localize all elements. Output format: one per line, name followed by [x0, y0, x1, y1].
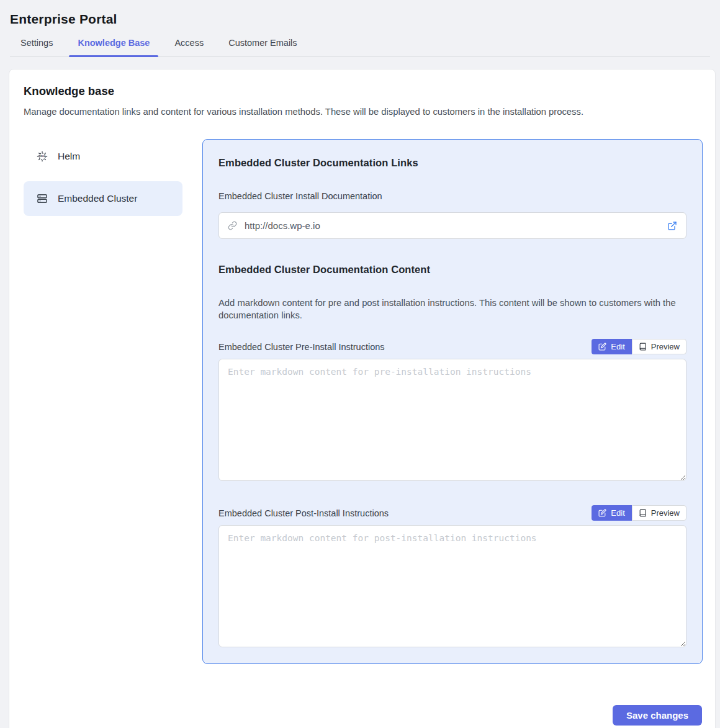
preview-button-label: Preview [651, 508, 680, 518]
sidebar-item-embedded-cluster[interactable]: Embedded Cluster [24, 181, 182, 216]
sidebar-item-label: Helm [58, 151, 80, 162]
doc-content-description: Add markdown content for pre and post in… [218, 297, 685, 321]
pre-install-edit-button[interactable]: Edit [592, 339, 631, 354]
tab-customer-emails[interactable]: Customer Emails [228, 30, 297, 56]
tab-knowledge-base[interactable]: Knowledge Base [78, 30, 150, 56]
install-doc-label: Embedded Cluster Install Documentation [218, 191, 686, 201]
post-install-label: Embedded Cluster Post-Install Instructio… [218, 508, 389, 518]
edit-icon [598, 509, 606, 517]
post-install-textarea[interactable] [218, 525, 686, 647]
edit-button-label: Edit [611, 342, 624, 351]
sidebar-item-label: Embedded Cluster [58, 193, 137, 204]
save-changes-button[interactable]: Save changes [613, 705, 702, 726]
post-install-preview-button[interactable]: Preview [632, 505, 686, 521]
tab-access[interactable]: Access [174, 30, 204, 56]
install-method-sidebar: HELM Helm Embedded Cluster [24, 139, 182, 223]
server-stack-icon [36, 192, 48, 205]
helm-icon: HELM [36, 150, 48, 163]
doc-content-heading: Embedded Cluster Documentation Content [218, 264, 686, 276]
install-doc-url-field [218, 212, 686, 239]
edit-icon [598, 343, 606, 351]
preview-button-label: Preview [651, 342, 680, 351]
book-icon [639, 509, 647, 517]
post-install-label-row: Embedded Cluster Post-Install Instructio… [218, 505, 686, 521]
install-doc-url-input[interactable] [243, 220, 661, 231]
svg-text:HELM: HELM [39, 155, 45, 158]
section-description: Manage documentation links and content f… [24, 107, 701, 117]
doc-links-heading: Embedded Cluster Documentation Links [218, 157, 686, 169]
pre-install-label: Embedded Cluster Pre-Install Instruction… [218, 342, 385, 352]
footer-actions: Save changes [24, 705, 702, 726]
section-title: Knowledge base [24, 84, 701, 98]
pre-install-textarea[interactable] [218, 359, 686, 481]
content-area: HELM Helm Embedded Cluster Embed [24, 139, 701, 664]
pre-install-mode-toggle: Edit Preview [592, 339, 686, 354]
sidebar-item-helm[interactable]: HELM Helm [24, 139, 182, 174]
edit-button-label: Edit [611, 508, 624, 518]
pre-install-preview-button[interactable]: Preview [632, 339, 686, 354]
page-title: Enterprise Portal [0, 0, 720, 30]
knowledge-base-card: Knowledge base Manage documentation link… [9, 69, 716, 728]
tab-settings[interactable]: Settings [20, 30, 53, 56]
book-icon [639, 343, 647, 351]
post-install-edit-button[interactable]: Edit [592, 505, 631, 521]
tab-bar: Settings Knowledge Base Access Customer … [10, 30, 710, 57]
external-link-icon[interactable] [667, 221, 677, 231]
pre-install-label-row: Embedded Cluster Pre-Install Instruction… [218, 339, 686, 354]
app-header: Enterprise Portal Settings Knowledge Bas… [0, 0, 720, 57]
post-install-mode-toggle: Edit Preview [592, 505, 686, 521]
link-icon [228, 221, 237, 230]
embedded-cluster-panel: Embedded Cluster Documentation Links Emb… [202, 139, 703, 664]
